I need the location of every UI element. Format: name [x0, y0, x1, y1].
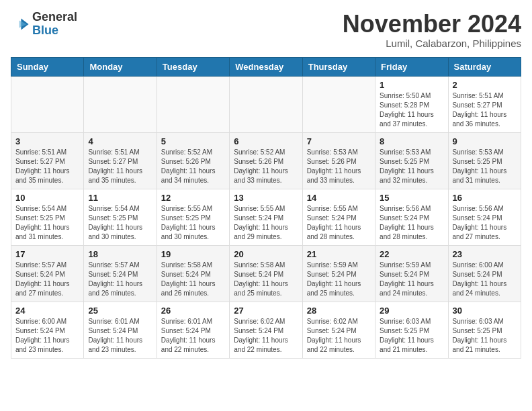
day-info: Sunrise: 6:03 AM Sunset: 5:25 PM Dayligh… [380, 317, 443, 355]
day-number: 15 [380, 193, 443, 203]
day-number: 3 [15, 136, 79, 146]
calendar-cell [11, 76, 84, 132]
day-info: Sunrise: 6:00 AM Sunset: 5:24 PM Dayligh… [15, 317, 79, 355]
logo: General Blue [11, 11, 77, 38]
calendar-cell: 27Sunrise: 6:02 AM Sunset: 5:24 PM Dayli… [230, 302, 302, 358]
day-info: Sunrise: 5:56 AM Sunset: 5:24 PM Dayligh… [380, 204, 443, 242]
calendar-cell: 3Sunrise: 5:51 AM Sunset: 5:27 PM Daylig… [11, 132, 84, 189]
day-info: Sunrise: 5:51 AM Sunset: 5:27 PM Dayligh… [15, 148, 79, 185]
weekday-header-thursday: Thursday [302, 57, 375, 76]
week-row-2: 3Sunrise: 5:51 AM Sunset: 5:27 PM Daylig… [11, 132, 521, 189]
calendar-cell: 11Sunrise: 5:54 AM Sunset: 5:25 PM Dayli… [84, 189, 157, 245]
day-number: 13 [234, 193, 298, 203]
weekday-header-friday: Friday [375, 57, 448, 76]
day-number: 5 [161, 136, 225, 146]
day-number: 26 [161, 306, 225, 316]
day-number: 4 [88, 136, 152, 146]
day-number: 17 [15, 249, 79, 259]
calendar-table: SundayMondayTuesdayWednesdayThursdayFrid… [11, 57, 521, 359]
calendar-cell [230, 76, 302, 132]
day-info: Sunrise: 5:50 AM Sunset: 5:28 PM Dayligh… [380, 91, 443, 129]
day-info: Sunrise: 5:56 AM Sunset: 5:24 PM Dayligh… [453, 204, 517, 242]
location: Lumil, Calabarzon, Philippines [343, 38, 521, 49]
calendar-cell: 14Sunrise: 5:55 AM Sunset: 5:24 PM Dayli… [302, 189, 375, 245]
calendar-cell: 24Sunrise: 6:00 AM Sunset: 5:24 PM Dayli… [11, 302, 84, 358]
calendar-cell [157, 76, 229, 132]
weekday-header-tuesday: Tuesday [157, 57, 229, 76]
day-number: 6 [234, 136, 298, 146]
calendar-cell: 5Sunrise: 5:52 AM Sunset: 5:26 PM Daylig… [157, 132, 229, 189]
calendar-cell: 2Sunrise: 5:51 AM Sunset: 5:27 PM Daylig… [448, 76, 521, 132]
day-info: Sunrise: 6:02 AM Sunset: 5:24 PM Dayligh… [307, 317, 371, 355]
week-row-1: 1Sunrise: 5:50 AM Sunset: 5:28 PM Daylig… [11, 76, 521, 132]
calendar-cell: 10Sunrise: 5:54 AM Sunset: 5:25 PM Dayli… [11, 189, 84, 245]
day-info: Sunrise: 5:52 AM Sunset: 5:26 PM Dayligh… [234, 148, 298, 185]
weekday-header-wednesday: Wednesday [230, 57, 302, 76]
week-row-5: 24Sunrise: 6:00 AM Sunset: 5:24 PM Dayli… [11, 302, 521, 358]
day-number: 14 [307, 193, 371, 203]
day-number: 12 [161, 193, 225, 203]
calendar-cell: 29Sunrise: 6:03 AM Sunset: 5:25 PM Dayli… [375, 302, 448, 358]
day-number: 18 [88, 249, 152, 259]
weekday-header-row: SundayMondayTuesdayWednesdayThursdayFrid… [11, 57, 521, 76]
calendar-cell: 4Sunrise: 5:51 AM Sunset: 5:27 PM Daylig… [84, 132, 157, 189]
day-number: 28 [307, 306, 371, 316]
day-info: Sunrise: 5:55 AM Sunset: 5:24 PM Dayligh… [234, 204, 298, 242]
day-info: Sunrise: 5:58 AM Sunset: 5:24 PM Dayligh… [234, 261, 298, 298]
day-number: 9 [453, 136, 517, 146]
calendar-cell: 22Sunrise: 5:59 AM Sunset: 5:24 PM Dayli… [375, 245, 448, 302]
day-number: 7 [307, 136, 371, 146]
week-row-3: 10Sunrise: 5:54 AM Sunset: 5:25 PM Dayli… [11, 189, 521, 245]
title-block: November 2024 Lumil, Calabarzon, Philipp… [343, 11, 521, 49]
calendar-cell: 18Sunrise: 5:57 AM Sunset: 5:24 PM Dayli… [84, 245, 157, 302]
page-header: General Blue November 2024 Lumil, Calaba… [11, 11, 521, 49]
day-info: Sunrise: 5:59 AM Sunset: 5:24 PM Dayligh… [380, 261, 443, 298]
calendar-cell [302, 76, 375, 132]
day-info: Sunrise: 6:01 AM Sunset: 5:24 PM Dayligh… [161, 317, 225, 355]
weekday-header-monday: Monday [84, 57, 157, 76]
day-number: 16 [453, 193, 517, 203]
day-info: Sunrise: 5:54 AM Sunset: 5:25 PM Dayligh… [15, 204, 79, 242]
day-info: Sunrise: 6:00 AM Sunset: 5:24 PM Dayligh… [453, 261, 517, 298]
day-number: 29 [380, 306, 443, 316]
calendar-cell: 6Sunrise: 5:52 AM Sunset: 5:26 PM Daylig… [230, 132, 302, 189]
day-info: Sunrise: 6:03 AM Sunset: 5:25 PM Dayligh… [453, 317, 517, 355]
day-info: Sunrise: 5:57 AM Sunset: 5:24 PM Dayligh… [15, 261, 79, 298]
calendar-cell: 19Sunrise: 5:58 AM Sunset: 5:24 PM Dayli… [157, 245, 229, 302]
day-number: 19 [161, 249, 225, 259]
day-number: 20 [234, 249, 298, 259]
day-info: Sunrise: 5:51 AM Sunset: 5:27 PM Dayligh… [88, 148, 152, 185]
logo-text: General Blue [32, 11, 77, 38]
day-info: Sunrise: 5:55 AM Sunset: 5:24 PM Dayligh… [307, 204, 371, 242]
day-info: Sunrise: 5:53 AM Sunset: 5:25 PM Dayligh… [453, 148, 517, 185]
day-number: 22 [380, 249, 443, 259]
day-number: 2 [453, 80, 517, 90]
calendar-cell [84, 76, 157, 132]
day-info: Sunrise: 6:01 AM Sunset: 5:24 PM Dayligh… [88, 317, 152, 355]
day-info: Sunrise: 6:02 AM Sunset: 5:24 PM Dayligh… [234, 317, 298, 355]
calendar-cell: 16Sunrise: 5:56 AM Sunset: 5:24 PM Dayli… [448, 189, 521, 245]
calendar-cell: 20Sunrise: 5:58 AM Sunset: 5:24 PM Dayli… [230, 245, 302, 302]
calendar-cell: 7Sunrise: 5:53 AM Sunset: 5:26 PM Daylig… [302, 132, 375, 189]
day-info: Sunrise: 5:59 AM Sunset: 5:24 PM Dayligh… [307, 261, 371, 298]
calendar-cell: 25Sunrise: 6:01 AM Sunset: 5:24 PM Dayli… [84, 302, 157, 358]
calendar-cell: 23Sunrise: 6:00 AM Sunset: 5:24 PM Dayli… [448, 245, 521, 302]
day-info: Sunrise: 5:52 AM Sunset: 5:26 PM Dayligh… [161, 148, 225, 185]
calendar-cell: 26Sunrise: 6:01 AM Sunset: 5:24 PM Dayli… [157, 302, 229, 358]
week-row-4: 17Sunrise: 5:57 AM Sunset: 5:24 PM Dayli… [11, 245, 521, 302]
logo-general: General [32, 10, 77, 24]
day-number: 24 [15, 306, 79, 316]
logo-blue: Blue [32, 24, 58, 37]
calendar-cell: 9Sunrise: 5:53 AM Sunset: 5:25 PM Daylig… [448, 132, 521, 189]
calendar-cell: 13Sunrise: 5:55 AM Sunset: 5:24 PM Dayli… [230, 189, 302, 245]
day-info: Sunrise: 5:54 AM Sunset: 5:25 PM Dayligh… [88, 204, 152, 242]
calendar-cell: 21Sunrise: 5:59 AM Sunset: 5:24 PM Dayli… [302, 245, 375, 302]
calendar-cell: 30Sunrise: 6:03 AM Sunset: 5:25 PM Dayli… [448, 302, 521, 358]
day-number: 10 [15, 193, 79, 203]
day-info: Sunrise: 5:53 AM Sunset: 5:25 PM Dayligh… [380, 148, 443, 185]
calendar-cell: 17Sunrise: 5:57 AM Sunset: 5:24 PM Dayli… [11, 245, 84, 302]
day-number: 1 [380, 80, 443, 90]
day-number: 25 [88, 306, 152, 316]
month-title: November 2024 [343, 11, 521, 38]
logo-icon [11, 15, 30, 34]
